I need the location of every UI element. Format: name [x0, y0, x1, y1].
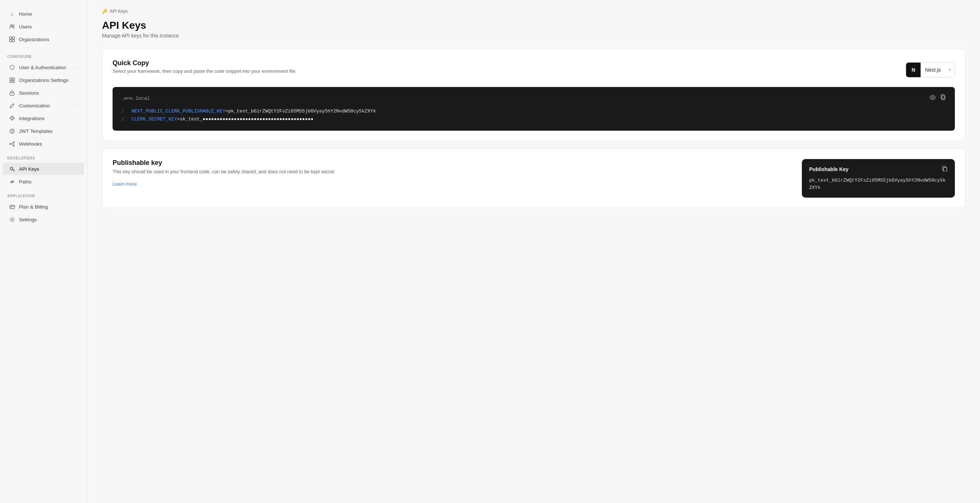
line-number-2: 2: [121, 115, 126, 124]
sidebar-item-integrations[interactable]: Integrations: [3, 112, 84, 124]
chevron-right-icon: ›: [77, 65, 78, 70]
application-section-label: Application: [0, 188, 87, 200]
eye-icon[interactable]: [929, 94, 936, 102]
sidebar-item-label: Paths: [19, 179, 78, 184]
sidebar-item-billing[interactable]: Plan & Billing: [3, 200, 84, 213]
publishable-left: Publishable key This key should be used …: [113, 159, 793, 187]
svg-rect-4: [10, 40, 12, 42]
svg-rect-23: [943, 167, 947, 171]
sidebar-item-users[interactable]: Users: [3, 21, 84, 33]
sidebar-item-label: Sessions: [19, 90, 78, 96]
breadcrumb: 🔑 API Keys: [102, 9, 966, 14]
svg-rect-5: [13, 40, 14, 42]
quick-copy-desc: Select your framework, then copy and pas…: [113, 68, 297, 74]
svg-rect-8: [10, 81, 12, 83]
svg-rect-7: [13, 78, 14, 80]
svg-rect-2: [10, 37, 12, 39]
code-line-2: 2 CLERK_SECRET_KEY=sk_test_●●●●●●●●●●●●●…: [121, 115, 946, 124]
copy-icon[interactable]: [940, 94, 946, 102]
svg-rect-16: [10, 205, 14, 209]
code-actions: [929, 94, 946, 102]
sidebar-item-label: Settings: [19, 217, 78, 222]
svg-rect-17: [11, 207, 12, 208]
sidebar-item-paths[interactable]: Paths: [3, 175, 84, 188]
sidebar-item-sessions[interactable]: Sessions: [3, 87, 84, 99]
svg-point-12: [10, 143, 11, 144]
sidebar-item-label: Customization: [19, 103, 73, 108]
webhook-icon: [9, 141, 15, 147]
key-display-title: Publishable Key: [809, 166, 848, 172]
breadcrumb-text: API Keys: [110, 9, 127, 14]
home-icon: ⌂: [9, 11, 15, 17]
copy-key-icon[interactable]: [942, 166, 948, 173]
code-content-2: CLERK_SECRET_KEY=sk_test_●●●●●●●●●●●●●●●…: [132, 115, 313, 124]
quick-copy-header-left: Quick Copy Select your framework, then c…: [113, 59, 297, 81]
key-display-header: Publishable Key: [809, 166, 948, 173]
code-block-header: .env.local: [121, 94, 946, 102]
developers-section: Developers API Keys Paths: [0, 150, 87, 188]
org-icon: [9, 36, 15, 43]
publishable-key-title: Publishable key: [113, 159, 793, 167]
main-content: 🔑 API Keys API Keys Manage API keys for …: [88, 0, 980, 503]
env-key-2: CLERK_SECRET_KEY: [132, 116, 177, 122]
sidebar-item-webhooks[interactable]: Webhooks: [3, 138, 84, 150]
quick-copy-card: Quick Copy Select your framework, then c…: [102, 49, 966, 141]
env-value-1: pk_test_bGlrZWQtY2FsZi05MS5jbGVyay5hY2Nv…: [228, 108, 376, 114]
sidebar-item-jwt[interactable]: JWT Templates: [3, 125, 84, 137]
svg-point-0: [11, 25, 13, 27]
svg-point-19: [932, 97, 934, 98]
code-line-1: 1 NEXT_PUBLIC_CLERK_PUBLISHABLE_KEY=pk_t…: [121, 107, 946, 115]
sidebar-item-api-keys[interactable]: API Keys: [3, 163, 84, 175]
key-display: Publishable Key pk_test_bGlrZWQtY2FsZi05…: [802, 159, 955, 198]
application-section: Application Plan & Billing Settings: [0, 188, 87, 226]
publishable-key-desc: This key should be used in your frontend…: [113, 169, 793, 175]
sidebar-item-label: Plan & Billing: [19, 204, 78, 209]
svg-rect-9: [13, 81, 14, 83]
key-icon: [9, 166, 15, 172]
svg-rect-10: [10, 93, 14, 95]
sidebar-item-label: Home: [19, 11, 78, 17]
sidebar-item-label: Integrations: [19, 116, 78, 121]
code-content-1: NEXT_PUBLIC_CLERK_PUBLISHABLE_KEY=pk_tes…: [132, 107, 376, 115]
framework-label: Next.js: [921, 67, 945, 73]
sidebar-item-home[interactable]: ⌂ Home: [3, 8, 84, 20]
sidebar-item-label: Organizations: [19, 37, 78, 42]
chevron-right-icon: ›: [77, 103, 78, 108]
svg-point-18: [11, 219, 13, 220]
sidebar-item-label: Webhooks: [19, 141, 78, 147]
developers-section-label: Developers: [0, 150, 87, 162]
sidebar-item-label: JWT Templates: [19, 129, 78, 134]
sidebar-item-customization[interactable]: Customization ›: [3, 99, 84, 112]
page-title: API Keys: [102, 20, 966, 31]
sidebar-item-organizations[interactable]: Organizations: [3, 33, 84, 46]
sidebar-item-label: API Keys: [19, 166, 78, 172]
sidebar-item-user-auth[interactable]: User & Authentication ›: [3, 61, 84, 73]
shield-icon: [9, 64, 15, 71]
svg-rect-6: [10, 78, 12, 80]
users-icon: [9, 23, 15, 30]
sidebar-item-settings[interactable]: Settings: [3, 213, 84, 226]
line-number: 1: [121, 107, 126, 115]
framework-selector[interactable]: N Next.js ▾: [906, 62, 955, 78]
grid-icon: [9, 77, 15, 83]
code-filename: .env.local: [121, 96, 150, 101]
code-lines: 1 NEXT_PUBLIC_CLERK_PUBLISHABLE_KEY=pk_t…: [121, 107, 946, 124]
quick-copy-title: Quick Copy: [113, 59, 297, 67]
lock-icon: [9, 89, 15, 96]
svg-point-1: [13, 25, 14, 26]
env-separator-2: =: [177, 116, 180, 122]
page-subtitle: Manage API keys for this instance: [102, 33, 966, 38]
sidebar-item-org-settings[interactable]: Organizations Settings: [3, 74, 84, 86]
publishable-right: Publishable Key pk_test_bGlrZWQtY2FsZi05…: [802, 159, 955, 198]
sidebar-item-label: Organizations Settings: [19, 78, 78, 83]
publishable-key-card: Publishable key This key should be used …: [102, 149, 966, 208]
framework-icon: N: [906, 63, 921, 77]
svg-rect-3: [13, 37, 14, 39]
learn-more-link[interactable]: Learn more: [113, 181, 137, 187]
env-value-2: sk_test_●●●●●●●●●●●●●●●●●●●●●●●●●●●●●●●●…: [180, 116, 314, 122]
brush-icon: [9, 102, 15, 109]
breadcrumb-icon: 🔑: [102, 9, 107, 14]
sidebar-item-label: User & Authentication: [19, 65, 73, 70]
puzzle-icon: [9, 115, 15, 122]
chevron-down-icon: ▾: [945, 67, 955, 73]
